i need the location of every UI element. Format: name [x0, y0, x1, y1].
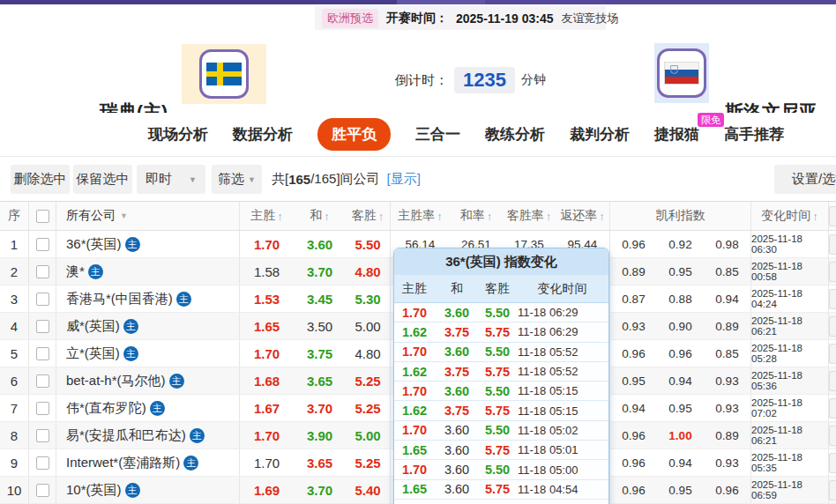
row-checkbox[interactable] — [36, 320, 49, 333]
row-checkbox[interactable] — [36, 374, 49, 388]
settings-select-company-button[interactable]: 设置/选择 — [774, 165, 836, 194]
popup-col-draw: 和 — [435, 281, 479, 297]
odds-home[interactable]: 1.70 — [240, 449, 294, 476]
tab-referee-analysis[interactable]: 裁判分析 — [570, 124, 630, 145]
filter-select[interactable]: 筛选 ▼ — [212, 165, 262, 194]
sort-asc-icon: ↑ — [546, 210, 552, 223]
time-filter-value: 即时 — [146, 171, 172, 188]
col-header-home-rate[interactable]: 主胜率↑ — [391, 202, 450, 230]
popup-odds-home: 1.70 — [394, 384, 435, 398]
odds-away[interactable]: 5.50 — [346, 231, 391, 257]
sweden-flag-icon — [206, 63, 242, 85]
away-flag-panel — [654, 43, 709, 103]
col-label: 客胜 — [352, 208, 377, 224]
tab-three-in-one[interactable]: 三合一 — [415, 124, 460, 145]
odds-draw[interactable]: 3.65 — [294, 449, 346, 476]
row-checkbox[interactable] — [36, 293, 49, 306]
row-checkbox[interactable] — [36, 238, 49, 251]
primary-company-icon: 主 — [125, 483, 140, 498]
row-checkbox[interactable] — [36, 402, 49, 415]
countdown: 倒计时： 1235 分钟 — [395, 67, 546, 93]
company-name: 香港马*(中国香港) — [66, 291, 173, 308]
col-header-change-time[interactable]: 变化时间↑ — [751, 202, 829, 230]
odds-draw[interactable]: 3.50 — [294, 313, 346, 339]
tab-live-analysis[interactable]: 现场分析 — [148, 124, 208, 145]
odds-away[interactable]: 4.80 — [346, 258, 391, 285]
odds-home[interactable]: 1.67 — [240, 395, 294, 421]
odds-home[interactable]: 1.53 — [240, 285, 294, 312]
company-cell[interactable]: bet-at-h*(马尔他)主 — [56, 367, 240, 394]
odds-home[interactable]: 1.70 — [240, 340, 294, 367]
col-header-home-odds[interactable]: 主胜↑ — [240, 202, 294, 230]
select-all-checkbox[interactable] — [36, 210, 49, 223]
odds-home[interactable]: 1.68 — [240, 367, 294, 394]
odds-home[interactable]: 1.70 — [240, 422, 294, 448]
odds-away[interactable]: 4.80 — [346, 340, 391, 367]
clipped-column — [829, 231, 836, 257]
row-index: 6 — [0, 367, 29, 394]
popup-odds-home: 1.62 — [394, 404, 435, 418]
kelly-home: 0.96 — [610, 347, 657, 360]
change-time: 2025-11-18 05:28 — [751, 340, 829, 367]
odds-away[interactable]: 5.00 — [346, 313, 391, 339]
odds-draw[interactable]: 3.75 — [294, 340, 346, 367]
odds-draw[interactable]: 3.90 — [294, 422, 346, 448]
odds-away[interactable]: 5.00 — [346, 422, 391, 448]
row-checkbox[interactable] — [36, 265, 49, 278]
row-checkbox[interactable] — [36, 429, 49, 442]
kelly-cell: 0.960.960.85 — [610, 340, 751, 367]
odds-away[interactable]: 5.30 — [346, 285, 391, 312]
tab-expert-picks[interactable]: 高手推荐 — [724, 124, 784, 145]
popup-change-time: 11-18 06:29 — [516, 325, 608, 338]
odds-draw[interactable]: 3.70 — [294, 258, 346, 285]
kelly-draw: 0.90 — [657, 320, 704, 333]
kelly-away: 0.89 — [704, 320, 750, 333]
tab-win-draw-lose[interactable]: 胜平负 — [317, 118, 391, 151]
row-checkbox[interactable] — [36, 347, 49, 360]
tab-data-analysis[interactable]: 数据分析 — [233, 124, 293, 145]
kelly-away: 0.93 — [704, 402, 750, 415]
odds-home[interactable]: 1.70 — [240, 231, 294, 257]
tab-coach-analysis[interactable]: 教练分析 — [485, 124, 545, 145]
odds-away[interactable]: 5.25 — [346, 395, 391, 421]
col-label: 主胜 — [250, 208, 275, 224]
col-header-company[interactable]: 所有公司 ▼ — [56, 202, 240, 230]
odds-draw[interactable]: 3.60 — [294, 231, 346, 257]
company-cell[interactable]: 威*(英国)主 — [56, 313, 240, 339]
popup-odds-draw: 3.60 — [435, 443, 479, 457]
count-prefix: 共[ — [272, 171, 288, 188]
odds-draw[interactable]: 3.70 — [294, 477, 346, 503]
row-checkbox[interactable] — [36, 484, 49, 497]
popup-odds-away: 5.50 — [479, 463, 516, 477]
company-cell[interactable]: 香港马*(中国香港)主 — [56, 285, 240, 312]
company-cell[interactable]: Interwet*(塞浦路斯)主 — [56, 449, 240, 476]
company-cell[interactable]: 10*(英国)主 — [56, 477, 240, 503]
col-header-draw-odds[interactable]: 和↑ — [294, 202, 346, 230]
col-header-draw-rate[interactable]: 和率↑ — [450, 202, 503, 230]
col-header-away-odds[interactable]: 客胜↑ — [346, 202, 391, 230]
tab-jiebao-cat[interactable]: 捷报猫 限免 — [654, 124, 699, 145]
company-cell[interactable]: 澳*主 — [56, 258, 240, 285]
company-cell[interactable]: 伟*(直布罗陀)主 — [56, 395, 240, 421]
odds-away[interactable]: 5.25 — [346, 449, 391, 476]
col-header-index: 序 — [0, 202, 29, 230]
company-cell[interactable]: 易*(安提瓜和巴布达)主 — [56, 422, 240, 448]
row-checkbox[interactable] — [36, 456, 49, 470]
odds-away[interactable]: 5.25 — [346, 367, 391, 394]
odds-home[interactable]: 1.65 — [240, 313, 294, 339]
company-cell[interactable]: 36*(英国)主 — [56, 231, 240, 257]
odds-away[interactable]: 5.40 — [346, 477, 391, 503]
time-filter-select[interactable]: 即时 ▼ — [137, 165, 205, 194]
popup-row: 1.623.755.7511-18 05:15 — [394, 401, 608, 420]
odds-draw[interactable]: 3.70 — [294, 395, 346, 421]
col-header-return-rate[interactable]: 返还率↑ — [556, 202, 610, 230]
company-cell[interactable]: 立*(英国)主 — [56, 340, 240, 367]
odds-home[interactable]: 1.69 — [240, 477, 294, 503]
delete-selected-button[interactable]: 删除选中 — [11, 165, 70, 194]
show-link[interactable]: [显示] — [387, 171, 421, 188]
odds-home[interactable]: 1.58 — [240, 258, 294, 285]
odds-draw[interactable]: 3.65 — [294, 367, 346, 394]
col-header-away-rate[interactable]: 客胜率↑ — [503, 202, 556, 230]
odds-draw[interactable]: 3.45 — [294, 285, 346, 312]
keep-selected-button[interactable]: 保留选中 — [73, 165, 132, 194]
